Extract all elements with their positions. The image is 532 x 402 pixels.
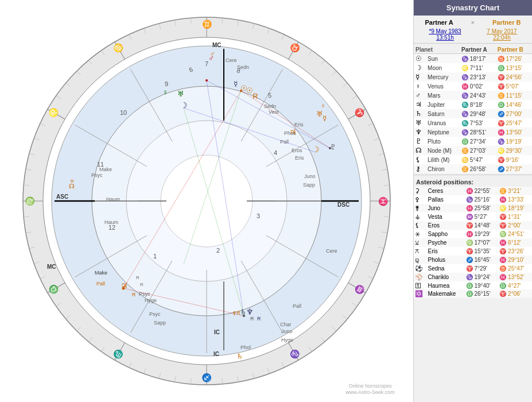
svg-text:Char: Char [280,322,292,327]
planet-symbol: ♆ [414,127,426,137]
planet-partner-b: ♉ 17°26' [496,54,532,64]
asteroid-partner-b: ♓ 6°12' [498,238,532,247]
svg-text:♓: ♓ [378,196,388,207]
planet-row: ♄Saturn♑ 29°48'♐ 27°00' [414,109,532,118]
asteroid-name: Haumea [427,281,465,289]
planet-partner-b: ♌ 29°30' [496,146,532,155]
svg-text:R: R [71,179,74,184]
svg-text:♅: ♅ [177,90,184,98]
asteroid-name: Makemake [427,289,465,298]
svg-text:♐: ♐ [201,373,212,382]
asteroid-row: ⚼Pholus♐ 16°45'♓ 29°10' [414,256,532,264]
svg-text:Cere: Cere [226,57,237,63]
planet-partner-a: ♓ 0°02' [460,82,496,91]
planet-partner-a: ♑ 18°17' [460,54,496,64]
svg-text:Pall: Pall [293,303,301,309]
svg-text:♍: ♍ [25,196,35,206]
asteroid-name: Sedna [427,264,465,273]
svg-text:Make: Make [95,270,107,276]
svg-text:Eros: Eros [292,148,302,153]
planet-partner-b: ♈ 9°16' [496,155,532,164]
asteroid-row: ⚹Sappho♓ 19°29'♍ 24°51' [414,230,532,238]
planet-symbol: ☽ [414,63,426,72]
planet-symbol: ⚸ [414,155,426,164]
partner-a-date: *9 May 1983 [429,28,461,34]
planet-partner-b: ♐ 27°00' [496,109,532,118]
partner-a-dates[interactable]: *9 May 1983 13:51h [429,28,461,41]
planet-symbol: ⚷ [414,164,426,173]
partner-b-label: Partner B [492,19,521,26]
asteroid-partner-a: ♈ 14°48' [465,221,499,230]
dates-row[interactable]: *9 May 1983 13:51h 7 May 2017 22:04h [414,27,532,42]
svg-text:IC: IC [213,351,219,357]
asteroid-header: Asteroid positions: [414,176,532,187]
planet-partner-b: ♑ 19°19' [496,137,532,146]
asteroid-name: Vesta [427,212,465,221]
planet-row: ⚷Chiron♊ 26°58'♐ 27°37' [414,164,532,173]
asteroid-partner-a: ♑ 25°16' [465,195,499,204]
asteroid-table: ⚳Ceres♓ 22°55'♊ 3°21'⚴Pallas♑ 25°16'♓ 13… [414,187,532,298]
asteroid-partner-b: ♓ 29°10' [498,256,532,264]
planet-partner-a: ♊ 26°58' [460,164,496,173]
planet-partner-b: ♊ 11°15' [496,91,532,100]
svg-text:3: 3 [257,212,260,219]
asteroid-partner-a: ♈ 7°29' [465,264,499,273]
planet-partner-b: ♈ 25°47' [496,118,532,127]
planet-partner-a: ♑ 28°51' [460,127,496,137]
svg-text:Haum: Haum [106,196,120,202]
planet-symbol: ♃ [414,100,426,109]
asteroid-name: Sappho [427,230,465,238]
asteroid-partner-b: ♎ 4°27' [498,281,532,289]
times-sign: × [471,19,475,26]
asteroid-symbol: ⚴ [414,195,427,204]
svg-text:♇: ♇ [330,143,336,151]
asteroid-name: Pholus [427,256,465,264]
asteroid-partner-b: ♈ 2°06' [498,289,532,298]
asteroid-partner-b: ♍ 24°51' [498,230,532,238]
svg-text:☽: ☽ [312,145,320,154]
planet-partner-b: ♈ 24°56' [496,72,532,82]
partner-a-time: 13:51h [429,34,461,41]
planet-partner-a: ♋ 5°47' [460,155,496,164]
planet-row: ☊Node (M)♊ 27°03'♌ 29°30' [414,146,532,155]
asteroid-row: ⚵Juno♓ 25°58'♌ 18°19' [414,204,532,212]
svg-text:Sapp: Sapp [154,320,166,326]
asteroid-partner-b: ♊ 3°21' [498,187,532,195]
planet-row: ♀Venus♓ 0°02'♈ 5°07' [414,82,532,91]
planet-row: ⚸Lilith (M)♋ 5°47'♈ 9°16' [414,155,532,164]
planet-partner-a: ♌ 7°11' [460,63,496,72]
asteroid-row: ⚴Pallas♑ 25°16'♓ 13°33' [414,195,532,204]
svg-text:DSC: DSC [337,202,350,208]
asteroid-partner-a: ♎ 19°40' [465,281,499,289]
asteroid-symbol: ⚵ [414,204,427,212]
asteroid-partner-b: ♓ 13°52' [498,273,532,281]
svg-text:Juno: Juno [304,173,316,179]
svg-text:1: 1 [153,253,157,260]
planet-row: ☽Moon♌ 7°11'♎ 13°15' [414,63,532,72]
svg-text:☿: ☿ [234,80,238,88]
svg-text:R: R [250,316,254,322]
partner-b-dates[interactable]: 7 May 2017 22:04h [487,28,517,41]
planet-name: Jupiter [426,100,460,109]
planet-row: ☉Sun♑ 18°17'♉ 17°26' [414,54,532,64]
svg-text:MC: MC [47,264,56,270]
svg-text:Cere: Cere [326,248,337,254]
svg-point-6 [161,155,253,247]
planet-name: Venus [426,82,460,91]
asteroid-partner-a: ♈ 15°35' [465,247,499,256]
planet-symbol: ☿ [414,72,426,82]
asteroid-symbol: ⚿ [414,281,427,289]
asteroid-row: ⚾Chariklo♑ 19°24'♓ 13°52' [414,273,532,281]
planet-partner-b: ♓ 13°50' [496,127,532,137]
svg-text:♅: ♅ [316,110,323,118]
planet-symbol: ♇ [414,137,426,146]
asteroid-row: ⚻Eris♈ 15°35'♈ 23°26' [414,247,532,256]
svg-text:4: 4 [274,149,277,156]
asteroid-symbol: 🔯 [414,289,427,298]
svg-text:9: 9 [165,80,168,87]
svg-text:5: 5 [268,92,271,99]
planet-partner-b: ♎ 13°15' [496,63,532,72]
svg-text:Sedn: Sedn [264,103,276,109]
asteroid-name: Chariklo [427,273,465,281]
asteroid-partner-b: ♌ 18°19' [498,204,532,212]
